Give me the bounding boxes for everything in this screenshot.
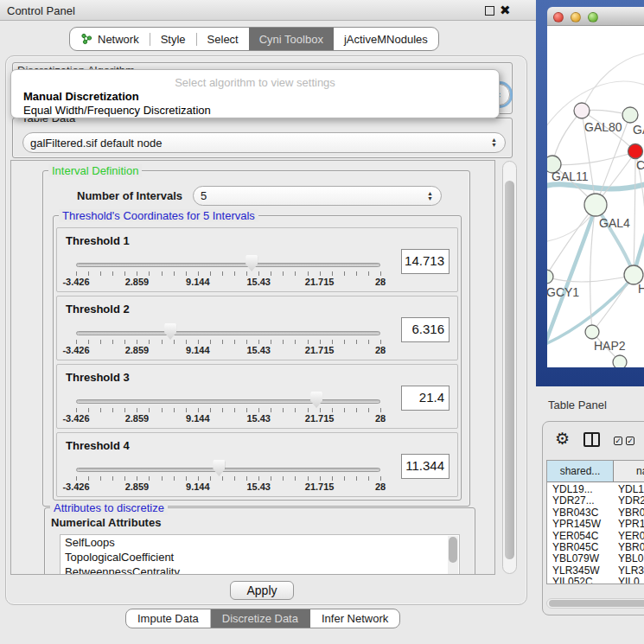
- slider-tick: [88, 408, 89, 412]
- control-panel-titlebar: Control Panel ✖: [0, 0, 536, 21]
- threshold-value-field[interactable]: 6.316: [401, 317, 450, 342]
- tab-infer-network[interactable]: Infer Network: [310, 609, 399, 628]
- tab-label: Impute Data: [137, 612, 199, 625]
- threshold-value-field[interactable]: 21.4: [401, 386, 450, 411]
- table-row[interactable]: YDL19...YDL1: [547, 483, 644, 494]
- gear-icon[interactable]: ⚙: [555, 429, 570, 449]
- network-node-label: GAL4: [599, 216, 630, 230]
- network-graph: GAL80GACGAL11GAL4GCY1HHAP2: [547, 26, 644, 367]
- slider-tick-label: -3.426: [62, 277, 89, 287]
- tab-impute-data[interactable]: Impute Data: [126, 609, 211, 628]
- network-node[interactable]: [613, 355, 627, 367]
- slider-tick: [344, 476, 345, 481]
- network-node-hap2[interactable]: [585, 325, 599, 339]
- attribute-item[interactable]: TopologicalCoefficient: [61, 550, 459, 564]
- threshold-slider-track[interactable]: [76, 399, 380, 404]
- checkbox-icon[interactable]: ✓: [626, 437, 634, 445]
- minimize-traffic-light-icon[interactable]: [571, 12, 581, 22]
- scrollbar-thumb[interactable]: [449, 537, 457, 563]
- network-node-gcy1[interactable]: [547, 270, 553, 284]
- slider-tick: [76, 271, 77, 276]
- threshold-slider-thumb[interactable]: [213, 460, 225, 476]
- tab-jactivemnodules[interactable]: jActiveMNodules: [334, 28, 438, 50]
- table-row[interactable]: YBL079WYBL0: [547, 552, 644, 564]
- cell-shared-name: YER054C: [547, 530, 614, 541]
- attributes-list-scrollbar[interactable]: [448, 536, 458, 575]
- table-row[interactable]: YDR27...YDR2: [547, 494, 644, 506]
- threshold-slider-track[interactable]: [76, 263, 380, 267]
- slider-tick: [124, 476, 125, 481]
- slider-tick: [295, 340, 296, 344]
- control-panel-tabs: NetworkStyleSelectCyni ToolboxjActiveMNo…: [69, 27, 439, 51]
- slider-tick-label: 21.715: [305, 481, 335, 492]
- attribute-item[interactable]: BetweennessCentrality: [61, 564, 459, 575]
- slider-tick: [112, 408, 113, 412]
- threshold-slider-track[interactable]: [76, 331, 380, 335]
- tab-cyni-toolbox[interactable]: Cyni Toolbox: [249, 28, 334, 50]
- network-node-ga[interactable]: [622, 107, 638, 123]
- float-window-icon[interactable]: [485, 6, 494, 16]
- slider-tick-label: 15.43: [246, 413, 271, 424]
- slider-tick-label: 28: [375, 481, 386, 492]
- network-node-label: GA: [633, 123, 644, 137]
- zoom-traffic-light-icon[interactable]: [588, 12, 598, 22]
- network-node-c[interactable]: [628, 144, 643, 159]
- algorithm-option-equal-width[interactable]: Equal Width/Frequency Discretization: [14, 104, 496, 117]
- numerical-attributes-list[interactable]: SelfLoopsTopologicalCoefficientBetweenne…: [60, 534, 460, 575]
- close-traffic-light-icon[interactable]: [553, 12, 564, 22]
- apply-button[interactable]: Apply: [230, 581, 294, 600]
- slider-tick: [124, 408, 125, 412]
- table-row[interactable]: YBR043CYBR0: [547, 507, 644, 518]
- number-of-intervals-combobox[interactable]: 5 ▲▼: [193, 186, 442, 206]
- scrollbar-thumb[interactable]: [505, 181, 514, 559]
- close-icon[interactable]: ✖: [500, 3, 511, 18]
- slider-tick: [320, 408, 321, 412]
- table-row[interactable]: YBR045CYBR0: [547, 541, 644, 552]
- columns-icon[interactable]: [583, 432, 600, 447]
- table-row[interactable]: YLR345WYLR3: [547, 564, 644, 576]
- table-horizontal-scrollbar[interactable]: [546, 598, 644, 609]
- attribute-item[interactable]: SelfLoops: [61, 535, 459, 550]
- slider-tick: [162, 408, 163, 412]
- threshold-slider-thumb[interactable]: [164, 323, 176, 340]
- table-row[interactable]: YER054CYER0: [547, 530, 644, 541]
- tab-style[interactable]: Style: [150, 28, 196, 50]
- slider-tick: [162, 340, 163, 344]
- slider-tick: [368, 408, 369, 412]
- table-row[interactable]: YPR145WYPR1: [547, 518, 644, 529]
- slider-tick: [368, 340, 369, 344]
- network-node-label: GAL80: [584, 120, 622, 134]
- algorithm-option-manual[interactable]: Manual Discretization: [14, 90, 496, 103]
- threshold-value-field[interactable]: 14.713: [401, 249, 450, 274]
- network-edge: [547, 276, 632, 282]
- slider-tick: [368, 476, 369, 481]
- threshold-slider-thumb[interactable]: [310, 392, 322, 408]
- slider-tick: [271, 340, 271, 344]
- checkbox-icon[interactable]: ✓: [614, 437, 622, 445]
- tab-network[interactable]: Network: [70, 28, 150, 50]
- column-header-name[interactable]: na: [614, 461, 644, 481]
- slider-tick-label: 21.715: [305, 277, 335, 287]
- cell-shared-name: YBR045C: [547, 541, 614, 552]
- slider-tick: [295, 271, 296, 276]
- network-node-gal80[interactable]: [574, 103, 590, 118]
- tab-select[interactable]: Select: [197, 28, 249, 50]
- slider-tick-label: 21.715: [305, 413, 335, 424]
- slider-tick: [100, 408, 101, 412]
- network-window-titlebar[interactable]: [547, 7, 644, 26]
- table-panel: ⚙ ✓ ✓ shared... na YDL19...YDL1YDR27...Y…: [542, 421, 644, 615]
- scrollbar-thumb[interactable]: [549, 600, 644, 607]
- threshold-value-field[interactable]: 11.344: [401, 454, 450, 479]
- table-row[interactable]: YIL052CYIL0: [547, 576, 644, 584]
- tab-label: Select: [207, 33, 239, 46]
- table-data-combobox[interactable]: galFiltered.sif default node ▲▼: [22, 132, 506, 153]
- tab-discretize-data[interactable]: Discretize Data: [211, 609, 310, 628]
- slider-tick: [210, 476, 211, 481]
- network-node-gal4[interactable]: [584, 194, 607, 216]
- column-header-shared-name[interactable]: shared...: [547, 461, 614, 481]
- threshold-slider-thumb[interactable]: [245, 255, 258, 271]
- threshold-slider-track[interactable]: [76, 468, 380, 472]
- slider-tick: [137, 408, 137, 412]
- network-canvas[interactable]: GAL80GACGAL11GAL4GCY1HHAP2: [547, 26, 644, 367]
- main-vertical-scrollbar[interactable]: [502, 161, 517, 574]
